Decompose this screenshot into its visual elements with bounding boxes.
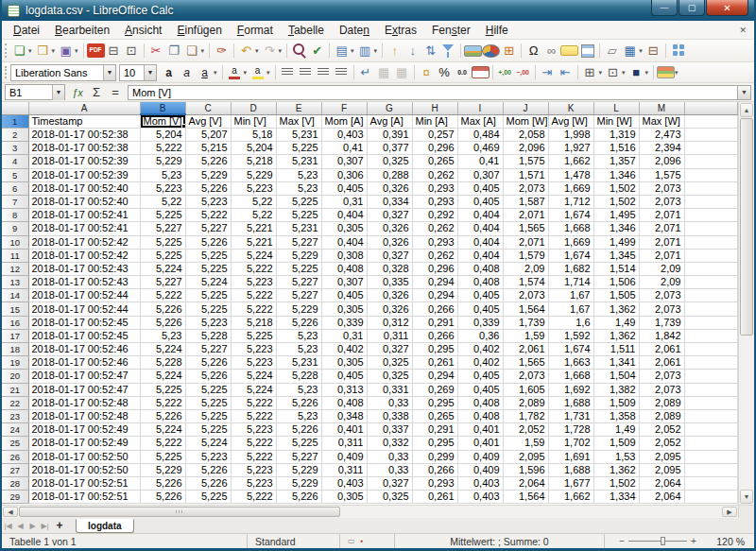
cell[interactable]: Mom [V] <box>140 114 185 129</box>
cell[interactable]: 2018-01-17 00:52:41 <box>28 222 140 235</box>
cell[interactable]: 0,405 <box>457 383 503 396</box>
row-header-27[interactable]: 27 <box>2 463 28 476</box>
cell[interactable]: 1,662 <box>548 491 593 504</box>
cell[interactable]: 0,261 <box>412 356 457 370</box>
cell[interactable]: 5,227 <box>276 289 321 302</box>
cell[interactable]: 1,714 <box>548 276 593 289</box>
row-header-5[interactable]: 5 <box>2 168 28 181</box>
cell[interactable] <box>684 222 738 235</box>
export-pdf-icon[interactable]: PDF <box>87 43 105 58</box>
scroll-down-icon[interactable]: ▼ <box>740 490 753 504</box>
cell[interactable]: 0,326 <box>367 302 412 316</box>
function-wizard-icon[interactable]: ƒx <box>68 84 87 100</box>
cell[interactable]: 0,408 <box>457 276 503 289</box>
scroll-up-icon[interactable]: ▲ <box>740 103 753 117</box>
cell[interactable]: 0,305 <box>321 302 367 316</box>
cell[interactable] <box>684 249 738 262</box>
cell[interactable]: 5,226 <box>185 370 231 383</box>
font-color-icon[interactable]: a <box>226 63 244 81</box>
cell[interactable]: 5,225 <box>276 209 321 222</box>
cell[interactable] <box>684 383 738 396</box>
cell[interactable]: 1,674 <box>548 343 593 356</box>
cell[interactable]: 5,227 <box>276 235 321 249</box>
font-name-combo[interactable]: Liberation Sans ▼ <box>10 64 116 81</box>
cell[interactable]: 5,224 <box>185 437 231 450</box>
cell[interactable]: 5,222 <box>231 450 276 463</box>
cell[interactable]: 2,073 <box>639 289 684 302</box>
column-header-partial[interactable] <box>684 102 738 114</box>
cell[interactable]: 1,688 <box>548 396 593 409</box>
redo-dropdown-icon[interactable]: ▾ <box>279 47 283 55</box>
insert-row-icon[interactable]: ▤ <box>333 42 351 60</box>
cell[interactable]: 0,305 <box>321 222 367 235</box>
cell[interactable]: 2,073 <box>503 289 548 302</box>
cell[interactable] <box>684 409 738 422</box>
cell[interactable]: 0,307 <box>321 276 367 289</box>
cell[interactable]: Avg [W] <box>548 114 593 129</box>
cell[interactable]: Mom [A] <box>321 114 367 129</box>
cell[interactable]: 2018-01-17 00:52:43 <box>28 276 140 289</box>
minimize-button[interactable]: — <box>651 0 678 16</box>
insert-image-icon[interactable] <box>464 45 482 57</box>
cell[interactable]: 1,514 <box>593 262 639 275</box>
vertical-scrollbar[interactable]: ▲ ▼ <box>738 102 754 505</box>
page-style[interactable]: Standard <box>248 534 340 548</box>
cell[interactable]: 5,228 <box>140 356 185 370</box>
row-header-13[interactable]: 13 <box>2 276 28 289</box>
cell[interactable]: 0,405 <box>457 289 503 302</box>
cell[interactable] <box>684 209 738 222</box>
row-header-25[interactable]: 25 <box>2 437 28 450</box>
insert-special-character-icon[interactable]: Ω <box>524 42 542 60</box>
cell[interactable]: 1,669 <box>548 235 593 249</box>
row-header-3[interactable]: 3 <box>2 142 28 155</box>
cell[interactable] <box>684 181 738 195</box>
title-bar[interactable]: logdata.csv - LibreOffice Calc — ▢ ✕ <box>2 0 754 21</box>
find-and-replace-icon[interactable] <box>290 42 308 60</box>
cell[interactable]: 2,052 <box>503 423 548 437</box>
cell[interactable]: 1,511 <box>593 343 639 356</box>
cell[interactable]: 2018-01-17 00:52:45 <box>28 316 140 329</box>
insert-row-dropdown-icon[interactable]: ▾ <box>351 47 354 55</box>
column-header-M[interactable]: M <box>639 102 684 114</box>
define-print-area-icon[interactable]: ▱ <box>603 42 621 60</box>
menu-format[interactable]: Format <box>230 22 281 39</box>
cell[interactable]: 5,229 <box>276 463 321 476</box>
cell[interactable]: 2018-01-17 00:52:42 <box>28 235 140 249</box>
cell[interactable]: 1,668 <box>548 370 593 383</box>
row-header-16[interactable]: 16 <box>2 316 28 329</box>
cell[interactable]: 0,305 <box>321 491 367 504</box>
cell[interactable]: 1,499 <box>593 235 639 249</box>
cell[interactable]: 5,223 <box>231 423 276 437</box>
cell[interactable]: 1,49 <box>593 423 639 437</box>
cell[interactable] <box>684 343 738 356</box>
paste-dropdown-icon[interactable]: ▾ <box>201 47 205 55</box>
cell[interactable]: 5,231 <box>276 222 321 235</box>
cell[interactable]: 1,605 <box>503 383 548 396</box>
cell[interactable]: 1,67 <box>548 302 593 316</box>
cell[interactable]: 0,311 <box>367 329 412 342</box>
cell[interactable]: 1,669 <box>548 181 593 195</box>
cell[interactable]: 0,408 <box>321 262 367 275</box>
cell[interactable]: 5,207 <box>185 129 231 142</box>
cell[interactable]: 0,311 <box>321 437 367 450</box>
cell[interactable]: 5,23 <box>276 329 321 342</box>
undo-icon[interactable]: ↶ <box>237 42 255 60</box>
cell[interactable]: 5,225 <box>185 409 231 422</box>
cell[interactable]: 1,502 <box>593 181 639 195</box>
cell[interactable] <box>684 316 738 329</box>
cell[interactable]: 1,712 <box>548 195 593 208</box>
save-dropdown-icon[interactable]: ▾ <box>75 47 78 55</box>
cell[interactable]: 2018-01-17 00:52:47 <box>28 383 140 396</box>
row-header-17[interactable]: 17 <box>2 329 28 342</box>
cell[interactable]: 5,226 <box>185 155 231 168</box>
cell[interactable]: 2,089 <box>503 396 548 409</box>
format-as-currency-icon[interactable]: ¤ <box>418 63 436 81</box>
cell[interactable]: 0,305 <box>321 356 367 370</box>
font-name-dropdown-icon[interactable]: ▼ <box>103 65 115 80</box>
cell[interactable]: 0,404 <box>457 209 503 222</box>
cell[interactable]: 5,23 <box>276 181 321 195</box>
cell[interactable]: 5,226 <box>140 476 185 490</box>
column-header-L[interactable]: L <box>593 102 639 114</box>
maximize-button[interactable]: ▢ <box>679 0 705 16</box>
cell[interactable]: 0,327 <box>367 209 412 222</box>
